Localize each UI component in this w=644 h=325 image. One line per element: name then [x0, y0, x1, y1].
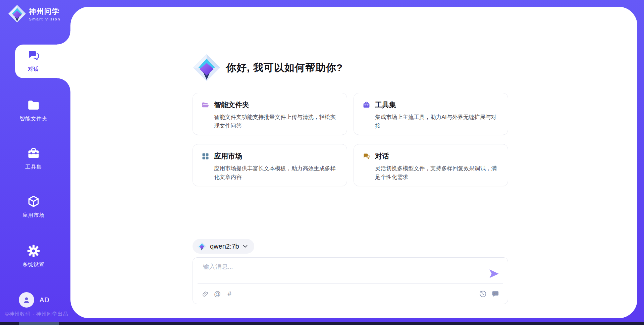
brand-gem-icon: [8, 5, 26, 23]
apps-grid-icon: [202, 152, 209, 160]
sidebar-item-label: 智能文件夹: [20, 115, 48, 122]
composer-toolbar: @ #: [201, 284, 500, 304]
brand-title: 神州问学: [29, 7, 61, 16]
sidebar-item-settings[interactable]: 系统设置: [0, 244, 67, 268]
sidebar-item-label: 系统设置: [22, 261, 45, 268]
person-icon: [22, 295, 31, 305]
card-description: 集成市场上主流工具，助力AI与外界无缝扩展与对接: [375, 113, 499, 130]
sidebar-item-label: 对话: [28, 66, 39, 73]
model-name: qwen2:7b: [210, 243, 239, 250]
sidebar: 神州问学 Smart Vision 对话 智能文件夹: [0, 0, 70, 325]
send-icon[interactable]: [489, 269, 499, 278]
message-input[interactable]: [203, 262, 481, 282]
card-chat[interactable]: 对话 灵活切换多模型文件，支持多样回复效果调试，满足个性化需求: [354, 144, 508, 186]
card-description: 灵活切换多模型文件，支持多样回复效果调试，满足个性化需求: [375, 164, 499, 181]
greeting-text: 你好, 我可以如何帮助你?: [226, 61, 343, 75]
user-account[interactable]: AD: [19, 292, 50, 308]
bottom-edge-strip: [0, 322, 644, 325]
attachment-icon[interactable]: [201, 289, 210, 298]
brand-subtitle: Smart Vision: [29, 17, 61, 21]
chat-bubbles-icon: [363, 152, 370, 160]
sidebar-item-smart-folder[interactable]: 智能文件夹: [0, 98, 67, 122]
avatar: [19, 292, 34, 308]
footer-credit: ©神州数码 · 神州问学出品: [5, 311, 68, 317]
card-toolset[interactable]: 工具集 集成市场上主流工具，助力AI与外界无缝扩展与对接: [354, 93, 508, 135]
message-composer: @ #: [193, 257, 508, 304]
toolbox-icon: [363, 101, 370, 109]
card-app-market[interactable]: 应用市场 应用市场提供丰富长文本模板，助力高效生成多样化文章内容: [193, 144, 347, 186]
cube-icon: [26, 195, 41, 209]
model-gem-icon: [197, 242, 206, 251]
chevron-down-icon: [243, 245, 248, 248]
card-title: 对话: [375, 151, 389, 161]
card-title: 智能文件夹: [214, 100, 249, 110]
feature-cards: 智能文件夹 智能文件夹功能支持批量文件上传与清洗，轻松实现文件问答 工具集 集成…: [193, 93, 508, 186]
card-title: 应用市场: [214, 151, 242, 161]
greeting-gem-icon: [193, 54, 221, 82]
model-selector[interactable]: qwen2:7b: [193, 239, 254, 254]
sidebar-item-label: 应用市场: [22, 212, 45, 219]
user-name: AD: [40, 296, 50, 304]
app-root: { "brand": { "logo_title": "神州问学", "logo…: [0, 0, 644, 325]
sidebar-item-app-market[interactable]: 应用市场: [0, 195, 67, 219]
sidebar-item-label: 工具集: [25, 164, 42, 171]
card-smart-folder[interactable]: 智能文件夹 智能文件夹功能支持批量文件上传与清洗，轻松实现文件问答: [193, 93, 347, 135]
folder-open-icon: [202, 101, 209, 109]
sidebar-item-chat[interactable]: 对话: [0, 49, 67, 73]
card-title: 工具集: [375, 100, 396, 110]
card-description: 应用市场提供丰富长文本模板，助力高效生成多样化文章内容: [214, 164, 338, 181]
brand-logo: 神州问学 Smart Vision: [8, 5, 61, 23]
greeting: 你好, 我可以如何帮助你?: [193, 54, 343, 82]
main-panel: 你好, 我可以如何帮助你? 智能文件夹 智能文件夹功能支持批量文件上传与清洗，轻…: [70, 7, 637, 318]
hashtag-icon[interactable]: #: [225, 289, 234, 298]
history-icon[interactable]: [478, 289, 487, 298]
toolbox-icon: [26, 146, 41, 160]
feedback-chat-icon[interactable]: [491, 289, 500, 298]
card-description: 智能文件夹功能支持批量文件上传与清洗，轻松实现文件问答: [214, 113, 338, 130]
sidebar-item-toolset[interactable]: 工具集: [0, 146, 67, 171]
chat-bubbles-icon: [26, 49, 41, 63]
folder-icon: [26, 98, 41, 112]
mention-icon[interactable]: @: [213, 289, 222, 298]
gear-icon: [26, 244, 41, 258]
